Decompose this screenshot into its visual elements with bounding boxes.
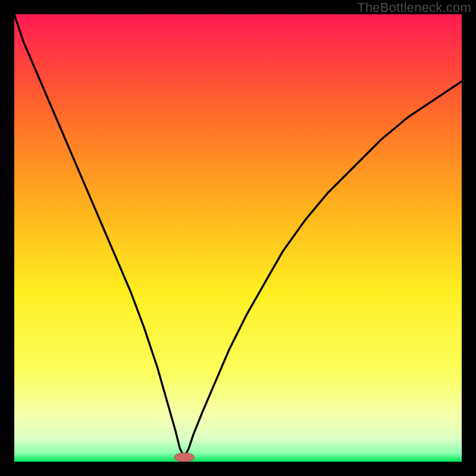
minimum-marker (174, 453, 194, 462)
watermark-text: TheBottleneck.com (357, 0, 471, 15)
chart-svg (14, 14, 462, 462)
plot-area (14, 14, 462, 462)
gradient-background (14, 14, 462, 462)
chart-container: TheBottleneck.com (0, 0, 476, 476)
